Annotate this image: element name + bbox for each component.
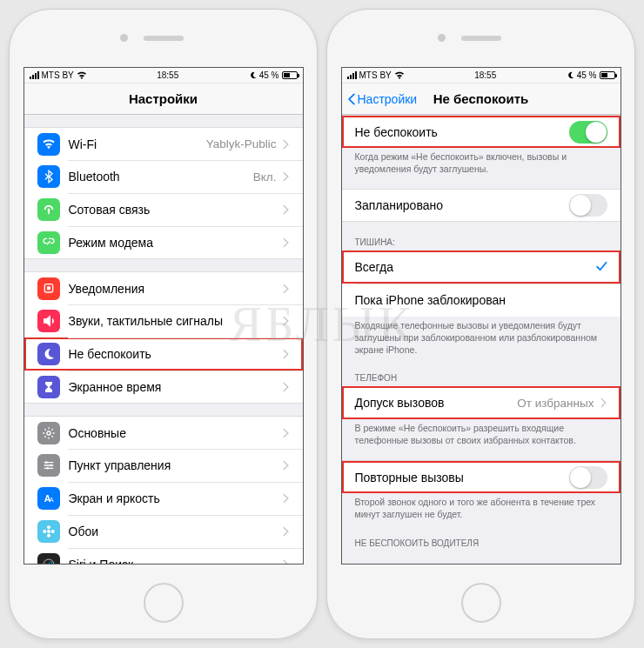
row-cellular[interactable]: Сотовая связь [24, 193, 303, 226]
chevron-right-icon [282, 349, 290, 359]
row-silence-locked[interactable]: Пока iPhone заблокирован [342, 284, 621, 317]
switch-scheduled[interactable] [569, 194, 607, 217]
siri-icon [37, 553, 60, 564]
row-label: Допуск вызовов [355, 396, 518, 410]
carrier-label: MTS BY [42, 70, 74, 80]
row-dnd[interactable]: Не беспокоить [24, 337, 303, 371]
back-label: Настройки [358, 92, 418, 106]
text-icon: AA [37, 487, 60, 510]
phone-speaker [461, 36, 501, 41]
bluetooth-icon [37, 165, 60, 188]
row-label: Сотовая связь [69, 203, 282, 217]
footer-allow: В режиме «Не беспокоить» разрешить входя… [342, 419, 621, 448]
iphone-frame-right: MTS BY 18:55 45 % Настройки Не беспокоит… [326, 9, 635, 639]
row-screentime[interactable]: Экранное время [24, 371, 303, 404]
row-notifications[interactable]: Уведомления [24, 271, 303, 304]
svg-point-2 [47, 431, 50, 435]
phone-camera [120, 34, 128, 42]
switch-repeat[interactable] [569, 466, 607, 489]
header-driver: НЕ БЕСПОКОИТЬ ВОДИТЕЛЯ [342, 535, 621, 551]
chevron-right-icon [282, 526, 290, 537]
chevron-right-icon [282, 171, 290, 182]
wifi-icon [77, 71, 87, 79]
row-sounds[interactable]: Звуки, тактильные сигналы [24, 304, 303, 337]
svg-point-9 [47, 525, 50, 529]
switch-dnd[interactable] [569, 121, 607, 144]
row-bluetooth[interactable]: BluetoothВкл. [24, 160, 303, 193]
row-label: Обои [69, 524, 282, 538]
row-wallpaper[interactable]: Обои [24, 515, 303, 548]
row-silence-always[interactable]: Всегда [342, 251, 621, 284]
row-scheduled[interactable]: Запланировано [342, 189, 621, 222]
row-detail: Yablyk-Public [206, 137, 277, 150]
home-button[interactable] [144, 583, 184, 623]
footer-silence: Входящие телефонные вызовы и уведомления… [342, 317, 621, 357]
row-display[interactable]: AAЭкран и яркость [24, 482, 303, 515]
row-control[interactable]: Пункт управления [24, 449, 303, 482]
row-label: Звуки, тактильные сигналы [69, 314, 282, 328]
chevron-right-icon [282, 559, 290, 564]
checkmark-icon [595, 260, 607, 275]
row-label: Запланировано [355, 198, 569, 212]
row-label: Уведомления [69, 282, 282, 296]
row-repeat-calls[interactable]: Повторные вызовы [342, 460, 621, 493]
link-icon [37, 231, 60, 254]
chevron-right-icon [282, 204, 290, 215]
row-label: Siri и Поиск [69, 558, 282, 564]
row-label: Основные [69, 426, 282, 440]
wifi-icon [37, 133, 60, 156]
row-hotspot[interactable]: Режим модема [24, 226, 303, 259]
footer-dnd: Когда режим «Не беспокоить» включен, выз… [342, 148, 621, 177]
chevron-left-icon [345, 93, 358, 105]
row-label: Не беспокоить [355, 125, 569, 139]
antenna-icon [37, 198, 60, 221]
battery-icon [600, 71, 615, 79]
row-general[interactable]: Основные [24, 416, 303, 449]
row-allow-calls[interactable]: Допуск вызовов От избранных [342, 386, 621, 419]
settings-scroll[interactable]: Wi-FiYablyk-PublicBluetoothВкл.Сотовая с… [24, 115, 303, 564]
screen-dnd: MTS BY 18:55 45 % Настройки Не беспокоит… [341, 67, 621, 564]
sliders-icon [37, 454, 60, 477]
chevron-right-icon [282, 493, 290, 504]
row-label: Bluetooth [69, 170, 253, 184]
svg-point-5 [46, 467, 49, 470]
header-silence: ТИШИНА: [342, 234, 621, 251]
speaker-icon [37, 310, 60, 332]
chevron-right-icon [282, 316, 290, 326]
row-detail: Вкл. [253, 170, 277, 184]
carrier-label: MTS BY [359, 70, 392, 80]
row-label: Пункт управления [69, 458, 282, 472]
svg-rect-1 [47, 286, 50, 290]
clock: 18:55 [474, 70, 496, 80]
row-label: Повторные вызовы [355, 471, 569, 484]
chevron-right-icon [282, 382, 290, 392]
dnd-scroll[interactable]: Не беспокоить Когда режим «Не беспокоить… [342, 115, 621, 564]
svg-point-12 [50, 530, 54, 533]
row-siri[interactable]: Siri и Поиск [24, 548, 303, 564]
row-label: Не беспокоить [69, 347, 282, 361]
phone-speaker [144, 36, 184, 41]
moon-icon [249, 71, 257, 79]
row-detail: От избранных [517, 397, 594, 410]
battery-label: 45 % [577, 70, 597, 80]
row-wifi[interactable]: Wi-FiYablyk-Public [24, 127, 303, 160]
svg-point-8 [47, 530, 50, 533]
row-label: Пока iPhone заблокирован [355, 293, 607, 307]
row-label: Wi-Fi [69, 137, 206, 151]
home-button[interactable] [461, 583, 501, 623]
chevron-right-icon [282, 284, 290, 294]
chevron-right-icon [282, 428, 290, 438]
svg-point-11 [43, 530, 46, 533]
bell-icon [37, 277, 60, 300]
row-label: Экранное время [69, 380, 282, 394]
clock: 18:55 [157, 70, 178, 80]
battery-label: 45 % [259, 70, 279, 80]
nav-bar: Настройки [24, 84, 303, 115]
row-dnd-toggle[interactable]: Не беспокоить [342, 115, 621, 148]
page-title: Настройки [129, 91, 198, 106]
hourglass-icon [37, 376, 60, 398]
signal-icon [30, 71, 39, 79]
footer-repeat: Второй звонок одного и того же абонента … [342, 493, 621, 522]
back-button[interactable]: Настройки [345, 92, 418, 106]
phone-camera [438, 34, 446, 42]
